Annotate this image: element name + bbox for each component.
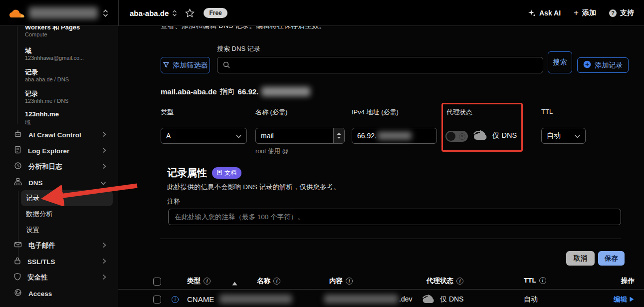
dns-only-cloud-icon — [422, 294, 435, 307]
type-label: 类型 — [161, 108, 174, 117]
clock-icon — [14, 162, 22, 172]
add-label: 添加 — [582, 8, 596, 17]
info-icon[interactable]: i — [204, 278, 211, 285]
favorite-star-icon[interactable] — [185, 8, 195, 17]
type-value: A — [166, 132, 171, 140]
sidebar-item-access[interactable]: Access — [0, 286, 118, 301]
nav-label: SSL/TLS — [27, 258, 96, 266]
sidebar-history-zone-sub: 域 — [25, 119, 30, 126]
col-header-content[interactable]: 内容i — [329, 277, 353, 286]
sidebar-history-workers-sub: Compute — [25, 31, 47, 37]
account-name-redacted[interactable] — [29, 7, 98, 19]
search-button[interactable]: 搜索 — [548, 51, 572, 73]
sidebar-history-records-123-sub: 123nhh.me / DNS — [25, 98, 68, 104]
ttl-label: TTL — [541, 108, 553, 115]
add-button[interactable]: + 添加 — [574, 8, 596, 18]
chevron-right-icon — [102, 146, 106, 155]
caret-down-icon — [575, 132, 580, 140]
sidebar-item-ai-crawl-control[interactable]: AI Crawl Control — [0, 127, 118, 142]
sparkle-icon — [528, 9, 536, 17]
lock-icon — [14, 257, 21, 267]
name-input[interactable]: mail — [255, 128, 345, 144]
proxy-toggle[interactable]: ✕ — [445, 131, 468, 142]
row-type: CNAME — [187, 295, 214, 304]
col-header-type[interactable]: 类型i — [187, 277, 211, 286]
nav-label: Log Explorer — [28, 147, 96, 155]
comment-input[interactable] — [168, 209, 621, 225]
toggle-knob — [446, 132, 455, 141]
support-label: 支持 — [620, 8, 634, 17]
support-button[interactable]: ? 支持 — [609, 8, 634, 17]
col-label: 内容 — [329, 277, 343, 286]
row-edit-button[interactable]: 编辑 — [614, 295, 634, 304]
sidebar-item-dns[interactable]: DNS — [0, 175, 118, 190]
ipv4-input[interactable]: 66.92. — [352, 128, 437, 144]
sidebar-item-security[interactable]: 安全性 — [0, 270, 118, 285]
cloudflare-logo-icon[interactable] — [8, 7, 25, 18]
sidebar-item-email[interactable]: 电子邮件 — [0, 238, 118, 253]
triangle-right-icon — [630, 296, 634, 304]
col-header-proxy[interactable]: 代理状态i — [427, 277, 463, 286]
sort-asc-icon[interactable] — [232, 279, 237, 288]
ipv4-value: 66.92. — [357, 132, 377, 140]
ttl-select[interactable]: 自动 — [541, 128, 586, 144]
info-icon[interactable]: i — [346, 278, 353, 285]
col-label: 类型 — [187, 277, 201, 286]
col-header-actions: 操作 — [621, 277, 635, 286]
row-proxy: 仅 DNS — [440, 295, 463, 304]
sidebar-history-records-123[interactable]: 记录 — [25, 89, 38, 98]
form-divider — [160, 239, 621, 239]
name-hint: root 使用 @ — [255, 147, 288, 156]
name-stepper[interactable] — [333, 128, 344, 143]
cancel-button[interactable]: 取消 — [566, 251, 595, 266]
nav-label: 安全性 — [27, 273, 96, 282]
shield-icon — [14, 273, 21, 283]
plus-circle-icon — [583, 60, 591, 70]
row-checkbox[interactable] — [153, 296, 161, 304]
sidebar-history-zone[interactable]: 123nhh.me — [25, 110, 59, 118]
add-record-button[interactable]: 添加记录 — [577, 57, 629, 73]
record-properties-title: 记录属性 文档 — [167, 166, 241, 180]
record-properties-title-text: 记录属性 — [167, 166, 207, 180]
chevron-right-icon — [102, 162, 106, 171]
save-button[interactable]: 保存 — [598, 251, 625, 266]
sidebar-history-domains[interactable]: 域 — [25, 46, 31, 55]
docs-badge[interactable]: 文档 — [212, 167, 241, 179]
dns-tree-icon — [14, 178, 22, 188]
page-description: 查看、添加和编辑 DNS 记录。编辑将在保存后生效。 — [161, 26, 326, 30]
sidebar-item-log-explorer[interactable]: Log Explorer — [0, 143, 118, 158]
nav-label: 电子邮件 — [28, 241, 96, 250]
col-header-ttl[interactable]: TTLi — [524, 277, 546, 284]
search-dns-input[interactable] — [217, 57, 543, 73]
record-properties-subtitle: 此处提供的信息不会影响 DNS 记录的解析，仅供您参考。 — [167, 183, 340, 192]
col-label: 操作 — [621, 277, 635, 286]
zone-switcher-icon[interactable] — [172, 10, 177, 16]
info-icon[interactable]: i — [539, 277, 546, 284]
sub-label: 数据分析 — [26, 210, 53, 219]
question-icon: ? — [609, 9, 617, 17]
sidebar-item-ssl-tls[interactable]: SSL/TLS — [0, 254, 118, 269]
record-pointer-line: mail.aba-aba.de 指向 66.92. — [161, 87, 310, 96]
zone-name[interactable]: aba-aba.de — [130, 9, 169, 17]
sidebar-item-dns-analytics[interactable]: 数据分析 — [21, 206, 113, 222]
info-icon[interactable]: i — [456, 278, 463, 285]
type-select[interactable]: A — [161, 128, 247, 144]
select-all-checkbox[interactable] — [153, 278, 161, 286]
info-icon[interactable]: i — [273, 278, 280, 285]
nav-label: Access — [28, 290, 118, 298]
account-switcher-icon[interactable] — [103, 9, 108, 17]
sidebar-item-dns-records[interactable]: 记录 — [21, 190, 113, 206]
add-filter-label: 添加筛选器 — [173, 61, 208, 70]
add-filter-button[interactable]: 添加筛选器 — [161, 57, 210, 73]
col-header-name[interactable]: 名称i — [257, 277, 280, 286]
sidebar-item-dns-settings[interactable]: 设置 — [21, 222, 113, 238]
top-bar: aba-aba.de Free Ask AI + 添加 ? 支持 — [0, 0, 644, 26]
main-content: 查看、添加和编辑 DNS 记录。编辑将在保存后生效。 搜索 DNS 记录 添加筛… — [118, 26, 644, 307]
row-info-icon[interactable]: i — [172, 296, 179, 303]
ask-ai-button[interactable]: Ask AI — [528, 9, 561, 17]
sidebar-history-records-aba[interactable]: 记录 — [25, 68, 38, 77]
sidebar-item-analytics-logs[interactable]: 分析和日志 — [0, 159, 118, 174]
sub-label: 设置 — [26, 226, 39, 235]
pointer-ip-redacted — [261, 87, 310, 96]
robot-icon — [14, 130, 22, 140]
